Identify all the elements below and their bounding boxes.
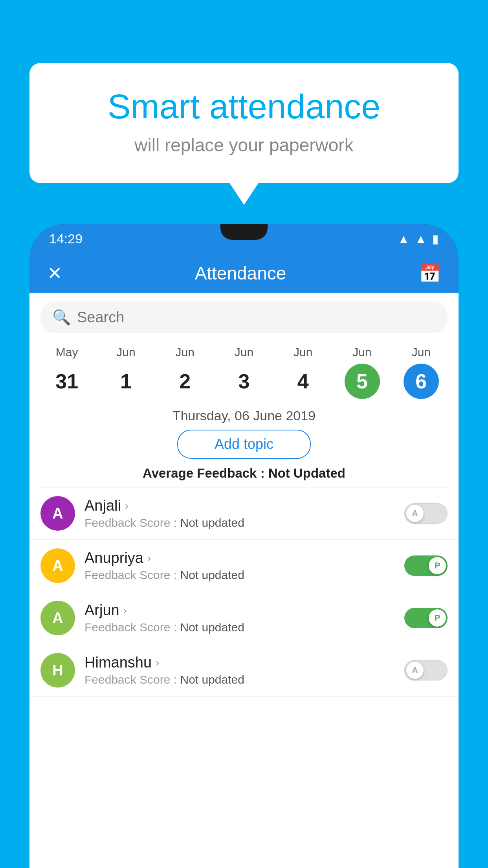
app-bar-title: Attendance [195, 263, 286, 284]
month-label: Jun [116, 346, 135, 359]
sub-title: will replace your paperwork [61, 134, 427, 156]
student-feedback: Feedback Score : Not updated [84, 621, 395, 634]
phone-frame: 14:29 ▲ ▲ ▮ ✕ Attendance 📅 🔍 May 31 Jun … [29, 224, 459, 868]
calendar-day-4[interactable]: Jun 4 [285, 346, 321, 399]
avatar: A [40, 548, 75, 583]
chevron-icon: › [147, 552, 151, 565]
battery-icon: ▮ [432, 232, 439, 246]
feedback-value: Not updated [180, 516, 244, 529]
toggle-container[interactable]: A [404, 503, 448, 524]
day-number: 31 [49, 364, 84, 399]
calendar-day-2[interactable]: Jun 2 [167, 346, 203, 399]
app-bar: ✕ Attendance 📅 [29, 254, 459, 293]
day-number: 6 [404, 364, 439, 399]
search-icon: 🔍 [52, 309, 71, 326]
toggle-container[interactable]: P [404, 608, 448, 628]
students-list: A Anjali › Feedback Score : Not updated … [29, 487, 459, 697]
calendar-day-6[interactable]: Jun 6 [404, 346, 439, 399]
student-info: Anjali › Feedback Score : Not updated [84, 497, 395, 530]
chevron-icon: › [156, 657, 159, 669]
day-number: 1 [108, 364, 143, 399]
status-icons: ▲ ▲ ▮ [398, 232, 439, 246]
attendance-toggle[interactable]: P [404, 555, 448, 576]
toggle-thumb: A [406, 662, 424, 679]
chevron-icon: › [125, 500, 128, 512]
close-icon[interactable]: ✕ [47, 263, 62, 284]
status-time: 14:29 [49, 231, 83, 246]
screen-content: 🔍 May 31 Jun 1 Jun 2 Jun 3 Jun 4 Jun 5 J… [29, 293, 459, 868]
student-info: Anupriya › Feedback Score : Not updated [84, 550, 395, 582]
average-feedback: Average Feedback : Not Updated [29, 466, 459, 481]
calendar-day-31[interactable]: May 31 [49, 346, 84, 399]
student-name: Arjun › [84, 602, 395, 619]
month-label: Jun [412, 346, 431, 359]
attendance-toggle[interactable]: A [404, 660, 448, 680]
month-label: Jun [294, 346, 312, 359]
student-feedback: Feedback Score : Not updated [84, 516, 395, 530]
student-row[interactable]: H Himanshu › Feedback Score : Not update… [29, 644, 459, 697]
calendar-icon[interactable]: 📅 [418, 263, 441, 284]
speech-bubble: Smart attendance will replace your paper… [29, 63, 459, 183]
search-input[interactable] [77, 309, 436, 326]
avatar: A [40, 601, 75, 635]
student-feedback: Feedback Score : Not updated [84, 673, 395, 686]
student-name: Himanshu › [84, 654, 395, 671]
toggle-thumb: A [406, 505, 424, 522]
feedback-value: Not updated [180, 673, 244, 686]
student-row[interactable]: A Arjun › Feedback Score : Not updated P [29, 592, 459, 644]
student-info: Arjun › Feedback Score : Not updated [84, 602, 395, 634]
avg-feedback-value: Not Updated [268, 466, 345, 480]
day-number: 4 [285, 364, 321, 399]
avg-feedback-label: Average Feedback : [143, 466, 265, 480]
add-topic-button[interactable]: Add topic [177, 430, 311, 459]
student-row[interactable]: A Anupriya › Feedback Score : Not update… [29, 540, 459, 592]
avatar: H [40, 653, 75, 688]
avatar: A [40, 496, 75, 531]
signal-icon: ▲ [415, 232, 427, 246]
calendar-strip: May 31 Jun 1 Jun 2 Jun 3 Jun 4 Jun 5 Jun… [29, 342, 459, 401]
search-bar[interactable]: 🔍 [40, 302, 448, 333]
attendance-toggle[interactable]: P [404, 608, 448, 628]
toggle-container[interactable]: A [404, 660, 448, 680]
wifi-icon: ▲ [398, 232, 410, 246]
feedback-value: Not updated [180, 568, 244, 581]
student-name: Anjali › [84, 497, 395, 514]
phone-notch [220, 224, 268, 240]
chevron-icon: › [123, 604, 127, 617]
feedback-value: Not updated [180, 621, 244, 634]
main-title: Smart attendance [61, 86, 427, 127]
speech-bubble-container: Smart attendance will replace your paper… [29, 63, 459, 183]
day-number: 2 [167, 364, 203, 399]
month-label: Jun [176, 346, 194, 359]
calendar-day-3[interactable]: Jun 3 [226, 346, 262, 399]
month-label: Jun [235, 346, 253, 359]
toggle-container[interactable]: P [404, 555, 448, 576]
student-feedback: Feedback Score : Not updated [84, 568, 395, 582]
month-label: Jun [352, 346, 371, 359]
day-number: 3 [226, 364, 262, 399]
attendance-toggle[interactable]: A [404, 503, 448, 524]
calendar-day-1[interactable]: Jun 1 [108, 346, 143, 399]
student-info: Himanshu › Feedback Score : Not updated [84, 654, 395, 686]
student-row[interactable]: A Anjali › Feedback Score : Not updated … [29, 487, 459, 540]
student-name: Anupriya › [84, 550, 395, 566]
day-number: 5 [345, 364, 380, 399]
calendar-day-5[interactable]: Jun 5 [345, 346, 380, 399]
toggle-thumb: P [429, 609, 446, 627]
month-label: May [56, 346, 78, 359]
date-header: Thursday, 06 June 2019 [29, 408, 459, 423]
toggle-thumb: P [429, 557, 446, 574]
